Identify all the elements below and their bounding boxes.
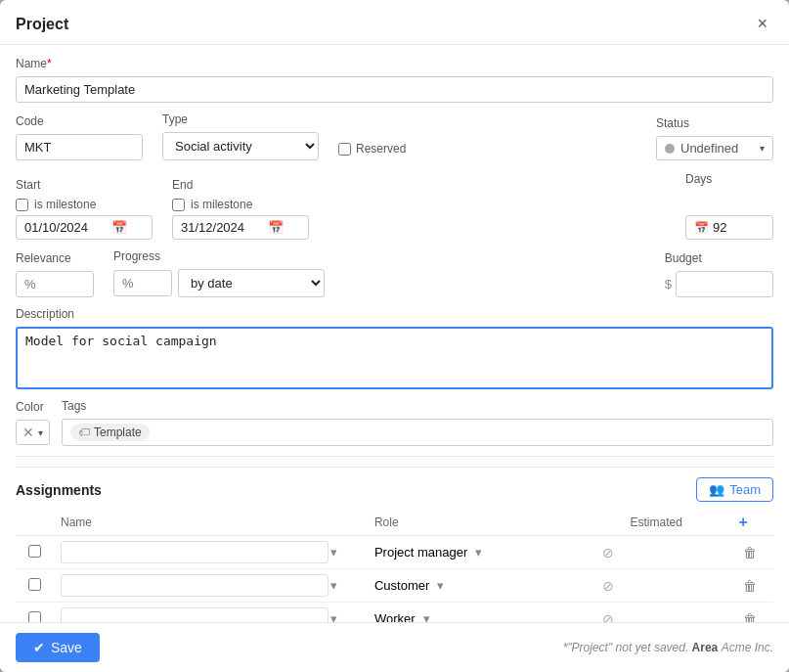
start-milestone-checkbox[interactable]	[16, 199, 28, 211]
row1-role-chevron[interactable]: ▾	[475, 545, 482, 560]
code-group: Code	[16, 114, 143, 160]
save-label: Save	[51, 640, 82, 655]
name-group: Name*	[16, 57, 773, 103]
team-btn-label: Team	[729, 482, 761, 497]
modal-title: Project	[16, 16, 68, 33]
row3-name-input[interactable]	[61, 607, 329, 622]
type-group: Type Social activity	[162, 112, 319, 160]
row2-delete-button[interactable]: 🗑	[739, 576, 761, 596]
relevance-label: Relevance	[16, 251, 94, 265]
start-calendar-icon[interactable]: 📅	[111, 220, 127, 235]
description-group: Description Model for social campaign	[16, 307, 773, 389]
color-chevron-icon: ▾	[38, 427, 43, 438]
row2-checkbox[interactable]	[28, 578, 41, 591]
progress-group: Progress by date	[113, 249, 325, 297]
row2-role-chevron[interactable]: ▾	[437, 578, 444, 593]
days-calendar-icon: 📅	[694, 221, 709, 235]
assignments-tbody: ▾ Project manager ▾ ⊘	[16, 536, 773, 623]
days-group: Days 📅	[685, 172, 773, 240]
row3-chevron-icon[interactable]: ▾	[330, 611, 337, 622]
add-row-button[interactable]: +	[734, 514, 751, 531]
days-label: Days	[685, 172, 773, 186]
tags-input-wrap[interactable]: 🏷 Template	[62, 419, 773, 446]
tags-label: Tags	[62, 399, 773, 413]
days-input[interactable]	[713, 220, 762, 235]
progress-row: by date	[113, 269, 325, 297]
description-textarea[interactable]: Model for social campaign	[16, 327, 773, 389]
reserved-label: Reserved	[356, 142, 406, 156]
team-icon: 👥	[709, 482, 724, 497]
row2-name-input[interactable]	[61, 574, 329, 597]
progress-input[interactable]	[113, 270, 172, 296]
footer-note-project: "Project"	[567, 641, 612, 654]
row2-chevron-icon[interactable]: ▾	[330, 578, 337, 593]
row3-check-cell	[16, 603, 53, 623]
name-label: Name*	[16, 57, 773, 70]
team-button[interactable]: 👥 Team	[696, 477, 773, 502]
budget-label: Budget	[665, 251, 773, 265]
relevance-input[interactable]	[16, 271, 94, 297]
row1-circle-button[interactable]: ⊘	[602, 545, 614, 560]
modal-overlay: Project × Name* Code	[0, 0, 789, 672]
description-label: Description	[16, 307, 773, 321]
row3-estimated-cell	[622, 603, 726, 623]
row2-role-select-wrap: Customer ▾ ⊘	[374, 578, 615, 594]
budget-input[interactable]	[676, 271, 773, 297]
row3-role-cell: Worker ▾ ⊘	[367, 603, 623, 623]
row3-checkbox[interactable]	[28, 611, 41, 623]
row3-circle-button[interactable]: ⊘	[602, 611, 614, 623]
type-label: Type	[162, 112, 319, 126]
start-group: Start is milestone 📅	[16, 178, 153, 240]
row3-delete-button[interactable]: 🗑	[739, 609, 761, 623]
dates-row: Start is milestone 📅 End is milestone	[16, 172, 773, 240]
row1-role-text: Project manager	[374, 545, 467, 560]
chevron-down-icon: ▾	[760, 143, 765, 154]
row2-role-text: Customer	[374, 578, 429, 593]
footer-area-label: Area	[692, 641, 719, 654]
row1-estimated-cell	[622, 536, 726, 569]
color-label: Color	[16, 400, 50, 414]
row1-chevron-icon[interactable]: ▾	[330, 545, 337, 560]
save-button[interactable]: ✔ Save	[16, 633, 100, 662]
row1-check-cell	[16, 536, 53, 569]
row1-actions-cell: 🗑	[726, 536, 773, 569]
progress-label: Progress	[113, 249, 325, 263]
row3-role-chevron[interactable]: ▾	[423, 611, 430, 622]
assignments-section: Assignments 👥 Team Name Role Estimated	[16, 467, 773, 622]
code-input[interactable]	[16, 134, 143, 160]
code-type-row: Code Type Social activity Reserved Statu…	[16, 112, 773, 160]
relevance-progress-row: Relevance Progress by date Budget $	[16, 249, 773, 297]
row1-name-input[interactable]	[61, 541, 329, 563]
row1-delete-button[interactable]: 🗑	[739, 543, 761, 562]
status-dropdown[interactable]: Undefined ▾	[656, 136, 773, 160]
tag-badge: 🏷 Template	[70, 424, 150, 441]
color-group: Color ✕ ▾	[16, 400, 50, 445]
row1-role-select-wrap: Project manager ▾ ⊘	[374, 545, 615, 560]
tag-label: Template	[94, 426, 142, 439]
row2-circle-button[interactable]: ⊘	[602, 578, 614, 594]
color-picker-button[interactable]: ✕ ▾	[16, 420, 50, 445]
col-estimated-header: Estimated	[622, 510, 726, 536]
end-milestone-checkbox[interactable]	[172, 199, 185, 211]
table-row: ▾ Worker ▾ ⊘	[16, 603, 773, 623]
reserved-checkbox[interactable]	[338, 143, 351, 156]
modal-header: Project ×	[0, 0, 789, 45]
type-select[interactable]: Social activity	[162, 132, 319, 160]
end-date-input[interactable]	[181, 220, 264, 235]
name-input[interactable]	[16, 76, 773, 103]
assignments-title: Assignments	[16, 482, 102, 498]
end-calendar-icon[interactable]: 📅	[268, 220, 284, 235]
col-name-header: Name	[53, 510, 367, 536]
status-dot	[665, 144, 675, 154]
close-button[interactable]: ×	[751, 12, 773, 36]
progress-mode-select[interactable]: by date	[178, 269, 325, 297]
color-tags-row: Color ✕ ▾ Tags 🏷 Template	[16, 399, 773, 446]
row3-name-cell: ▾	[53, 603, 367, 623]
start-date-input[interactable]	[24, 220, 108, 235]
budget-icon: $	[665, 277, 672, 291]
assignments-header: Assignments 👥 Team	[16, 477, 773, 502]
row1-checkbox[interactable]	[28, 545, 41, 558]
tags-group: Tags 🏷 Template	[62, 399, 773, 446]
start-date-wrap: 📅	[16, 215, 153, 240]
name-row: Name*	[16, 57, 773, 103]
